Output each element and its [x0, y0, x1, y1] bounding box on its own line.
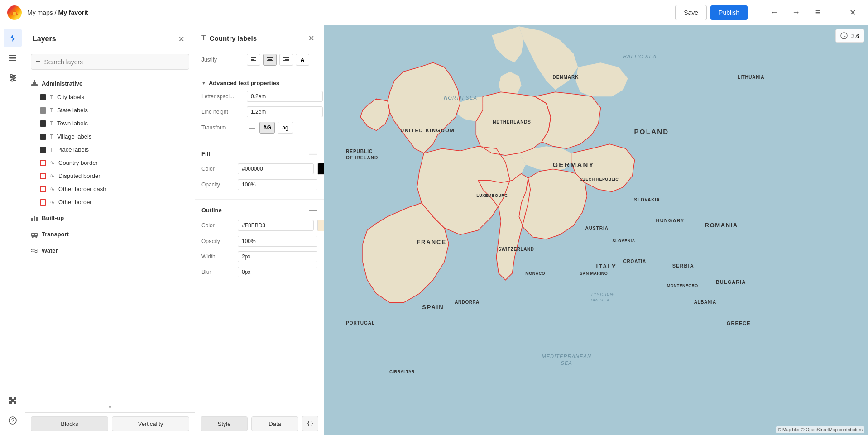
layer-group-buildup-header[interactable]: Built-up: [25, 210, 195, 225]
outline-label: Outline: [201, 207, 222, 214]
layer-group-water-header[interactable]: Water: [25, 243, 195, 258]
props-type-icon: T: [201, 34, 206, 42]
water-icon: [31, 247, 38, 254]
outline-color-swatch[interactable]: [317, 220, 324, 231]
fill-color-value: [238, 163, 324, 175]
layer-item-village-labels[interactable]: T Village labels: [27, 130, 193, 143]
letter-spacing-input[interactable]: [247, 91, 323, 102]
line-height-input[interactable]: [247, 106, 323, 117]
search-input[interactable]: [44, 58, 184, 66]
advanced-text-collapse[interactable]: ▼ Advanced text properties: [201, 80, 317, 86]
layer-type-line-icon: ∿: [50, 186, 55, 192]
layer-item-town-labels[interactable]: T Town labels: [27, 117, 193, 130]
fill-opacity-input[interactable]: [238, 179, 317, 190]
layer-item-country-border[interactable]: ∿ Country border: [27, 156, 193, 169]
outline-width-value: [238, 251, 317, 262]
layers-close-button[interactable]: ✕: [175, 33, 187, 45]
layer-item-city-labels[interactable]: T City labels: [27, 91, 193, 104]
layer-dot: [40, 107, 46, 114]
transport-label: Transport: [42, 231, 69, 238]
style-tab[interactable]: Style: [201, 416, 248, 431]
svg-rect-15: [31, 84, 38, 86]
fill-collapse-btn[interactable]: —: [309, 149, 317, 158]
align-right-icon: [283, 57, 289, 63]
fill-color-input[interactable]: [238, 163, 314, 174]
topbar-divider2: [835, 5, 835, 20]
text-transform-btn[interactable]: A: [296, 54, 309, 66]
save-button[interactable]: Save: [675, 5, 707, 20]
layer-item-disputed-border[interactable]: ∿ Disputed border: [27, 169, 193, 182]
align-center-icon: [267, 57, 273, 63]
layer-group-transport: Transport: [25, 227, 195, 241]
back-button[interactable]: ←: [766, 5, 782, 21]
layer-item-other-border-dash[interactable]: ∿ Other border dash: [27, 182, 193, 196]
layer-dot: [40, 120, 46, 127]
svg-rect-6: [9, 60, 16, 61]
transform-row: Transform — AG ag: [201, 122, 317, 134]
layer-dot-outline: [40, 199, 46, 206]
outline-blur-label: Blur: [201, 269, 238, 275]
puzzle-icon: [8, 396, 17, 405]
outline-opacity-input[interactable]: [238, 236, 317, 247]
svg-rect-22: [32, 234, 34, 235]
outline-width-input[interactable]: [238, 251, 317, 262]
layer-item-other-border[interactable]: ∿ Other border: [27, 196, 193, 209]
props-scroll-area[interactable]: Justify A: [195, 49, 324, 412]
map-area[interactable]: UNITED KINGDOM REPUBLICOF IRELAND FRANCE…: [324, 25, 868, 435]
outline-color-input[interactable]: [238, 220, 314, 231]
sidebar-sliders-btn[interactable]: [4, 69, 22, 87]
sidebar-puzzle-btn[interactable]: [4, 392, 22, 410]
layer-group-water: Water: [25, 243, 195, 258]
window-close-button[interactable]: ✕: [844, 5, 861, 21]
buildup-icon: [31, 214, 38, 221]
add-layer-button[interactable]: +: [36, 57, 41, 67]
buildup-label: Built-up: [42, 215, 64, 221]
align-left-icon: [250, 57, 257, 63]
code-btn[interactable]: {}: [302, 416, 318, 431]
outline-opacity-label: Opacity: [201, 238, 238, 244]
layers-list[interactable]: Administrative T City labels T State lab…: [25, 74, 195, 402]
sidebar-layers-btn[interactable]: [4, 49, 22, 67]
transport-icon: [31, 230, 38, 238]
blocks-tab[interactable]: Blocks: [31, 416, 108, 431]
transform-uppercase-btn[interactable]: AG: [259, 122, 275, 134]
outline-collapse-btn[interactable]: —: [309, 206, 317, 214]
justify-right-btn[interactable]: [279, 54, 293, 66]
sidebar-help-btn[interactable]: ?: [4, 411, 22, 430]
props-justify-section: Justify A: [195, 49, 324, 75]
outline-blur-input[interactable]: [238, 267, 317, 277]
map-attribution: © MapTiler © OpenStreetMap contributors: [776, 426, 864, 433]
fill-color-swatch[interactable]: [317, 163, 324, 175]
layer-type-line-icon: ∿: [50, 172, 55, 179]
administrative-label: Administrative: [42, 80, 82, 87]
fill-section: Fill — Color Opacity: [195, 143, 324, 200]
data-tab[interactable]: Data: [251, 416, 298, 431]
svg-rect-16: [33, 82, 36, 84]
svg-point-12: [11, 79, 13, 81]
menu-button[interactable]: ≡: [810, 5, 826, 21]
layer-dot: [40, 147, 46, 153]
justify-left-btn[interactable]: [247, 54, 260, 66]
layer-group-transport-header[interactable]: Transport: [25, 227, 195, 241]
transform-lowercase-btn[interactable]: ag: [278, 122, 293, 134]
justify-center-btn[interactable]: [263, 54, 277, 66]
layer-item-place-labels[interactable]: T Place labels: [27, 143, 193, 156]
verticality-tab[interactable]: Verticality: [112, 416, 189, 431]
svg-rect-4: [9, 55, 16, 56]
layers-icon: [8, 53, 17, 62]
publish-button[interactable]: Publish: [710, 5, 748, 20]
sidebar-lightning-btn[interactable]: [4, 29, 22, 47]
layers-bottom-tabs: Blocks Verticality: [25, 412, 195, 435]
layer-item-state-labels[interactable]: T State labels: [27, 104, 193, 117]
layer-name: State labels: [57, 107, 187, 114]
collapse-icon: ▼: [201, 81, 206, 86]
svg-point-10: [13, 77, 15, 79]
layer-name: Other border dash: [58, 186, 187, 192]
topbar-divider: [757, 5, 757, 20]
layer-group-administrative-header[interactable]: Administrative: [25, 76, 195, 91]
forward-button[interactable]: →: [788, 5, 804, 21]
advanced-text-label: Advanced text properties: [209, 80, 279, 86]
transform-controls: — AG ag: [247, 122, 317, 134]
props-close-button[interactable]: ✕: [305, 32, 317, 44]
svg-rect-23: [35, 234, 37, 235]
